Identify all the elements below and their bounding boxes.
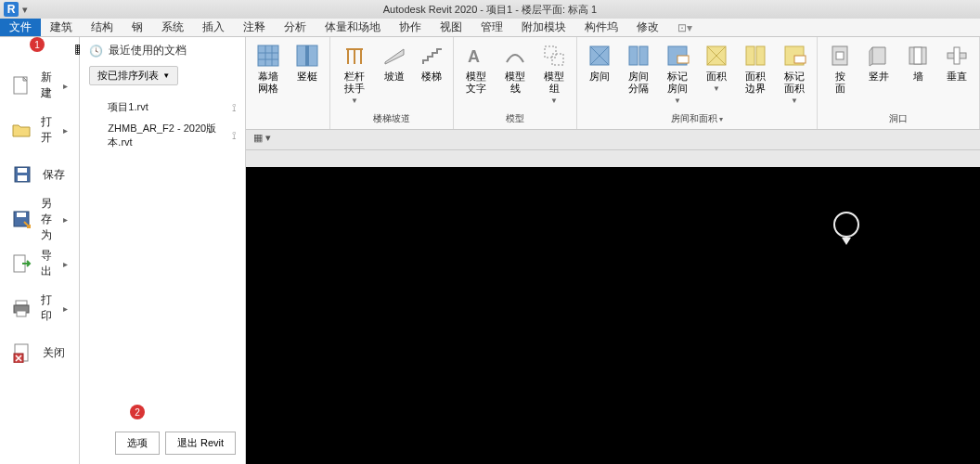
btn-room[interactable]: 房间: [583, 41, 616, 84]
ribbon: 幕墙网格 竖梃 栏杆扶手▼ 坡道 楼梯 楼梯坡道 A模型文字 模型线 模型组▼: [246, 37, 980, 130]
area-bound-icon: [742, 43, 768, 69]
sort-label: 按已排序列表: [97, 69, 159, 83]
tab-insert[interactable]: 插入: [193, 19, 234, 36]
svg-rect-41: [836, 52, 844, 59]
svg-rect-25: [552, 54, 563, 65]
tab-annotate[interactable]: 注释: [234, 19, 275, 36]
navigation-compass-icon[interactable]: [833, 212, 859, 238]
ramp-icon: [381, 43, 407, 69]
chevron-right-icon: ▸: [63, 259, 68, 269]
chevron-right-icon: ▸: [63, 125, 68, 135]
btn-model-group[interactable]: 模型组▼: [537, 41, 571, 108]
tab-file[interactable]: 文件: [0, 19, 41, 36]
svg-rect-36: [746, 46, 754, 65]
chevron-right-icon: ▸: [63, 81, 68, 91]
btn-area-boundary[interactable]: 面积边界: [739, 41, 772, 97]
svg-rect-12: [258, 45, 278, 66]
menu-new[interactable]: 新建 ▸: [0, 63, 79, 108]
tab-steel[interactable]: 钢: [122, 19, 152, 36]
qat-icon[interactable]: ▾: [22, 4, 28, 16]
menu-export[interactable]: 导出 ▸: [0, 241, 79, 286]
btn-area[interactable]: 面积▼: [700, 41, 733, 96]
tab-collab[interactable]: 协作: [390, 19, 431, 36]
menu-saveas[interactable]: 另存为 ▸: [0, 197, 79, 241]
sort-dropdown[interactable]: 按已排序列表 ▼: [89, 66, 178, 85]
svg-rect-7: [16, 301, 27, 305]
ribbon-group-room-area: 房间 房间分隔 标记房间▼ 面积▼ 面积边界 标记面积▼ 房间和面积▾: [577, 37, 818, 129]
btn-curtain-grid[interactable]: 幕墙网格: [251, 41, 285, 97]
menu-new-label: 新建: [41, 70, 54, 101]
tab-massing[interactable]: 体量和场地: [316, 19, 390, 36]
window-title: Autodesk Revit 2020 - 项目1 - 楼层平面: 标高 1: [383, 3, 597, 17]
model-group-icon: [541, 43, 567, 69]
btn-shaft[interactable]: 竖井: [862, 41, 896, 84]
tab-addins[interactable]: 附加模块: [512, 19, 575, 36]
chevron-right-icon: ▸: [63, 303, 68, 314]
svg-text:A: A: [468, 47, 480, 66]
menu-export-label: 导出: [41, 248, 54, 279]
pin-icon[interactable]: ⟟: [232, 101, 236, 114]
svg-rect-24: [545, 46, 556, 58]
tab-manage[interactable]: 管理: [471, 19, 512, 36]
btn-stair[interactable]: 楼梯: [416, 41, 447, 84]
recent-item[interactable]: 项目1.rvt ⟟: [89, 97, 236, 118]
tag-area-icon: [781, 43, 807, 69]
menu-close[interactable]: 关闭: [0, 330, 79, 375]
btn-tag-room[interactable]: 标记房间▼: [661, 41, 694, 108]
btn-ramp[interactable]: 坡道: [379, 41, 410, 84]
file-menu-sidebar: ▦ ▦ 新建 ▸ 打开 ▸ 保存 另存为 ▸ 导出 ▸ 打印: [0, 37, 80, 464]
tab-architecture[interactable]: 建筑: [41, 19, 82, 36]
btn-railing[interactable]: 栏杆扶手▼: [336, 41, 373, 108]
svg-rect-45: [954, 47, 960, 64]
btn-model-text[interactable]: A模型文字: [459, 41, 493, 97]
btn-by-face[interactable]: 按面: [823, 41, 857, 97]
btn-model-line[interactable]: 模型线: [498, 41, 532, 97]
options-bar: ▦ ▾: [246, 130, 980, 150]
wall-opening-icon: [905, 43, 931, 69]
btn-room-sep[interactable]: 房间分隔: [622, 41, 655, 97]
btn-vertical[interactable]: 垂直: [940, 41, 974, 84]
btn-tag-area[interactable]: 标记面积▼: [778, 41, 811, 108]
drawing-canvas[interactable]: [246, 167, 980, 464]
btn-mullion[interactable]: 竖梃: [290, 41, 324, 84]
ribbon-group-circulation: 栏杆扶手▼ 坡道 楼梯 楼梯坡道: [330, 37, 454, 129]
svg-rect-30: [639, 46, 648, 65]
open-icon: [11, 119, 32, 141]
print-icon: [11, 297, 32, 319]
tab-structure[interactable]: 结构: [82, 19, 122, 36]
menu-save-label: 保存: [43, 167, 65, 183]
pin-icon[interactable]: ⟟: [232, 129, 236, 142]
svg-rect-3: [18, 175, 27, 181]
save-icon: [11, 163, 33, 186]
menu-save[interactable]: 保存: [0, 152, 79, 197]
room-icon: [587, 43, 612, 69]
recent-item[interactable]: ZHMB_AR_F2 - 2020版本.rvt ⟟: [89, 118, 236, 153]
close-icon: [11, 342, 33, 364]
tab-view[interactable]: 视图: [431, 19, 471, 36]
ribbon-group-build: 幕墙网格 竖梃: [246, 37, 330, 129]
main-menu-bar: 文件 建筑 结构 钢 系统 插入 注释 分析 体量和场地 协作 视图 管理 附加…: [0, 19, 980, 37]
btn-wall[interactable]: 墙: [901, 41, 935, 84]
mullion-icon: [294, 43, 320, 69]
svg-rect-39: [794, 56, 806, 63]
tab-system[interactable]: 系统: [152, 19, 193, 36]
chevron-right-icon: ▸: [63, 214, 68, 225]
model-text-icon: A: [463, 43, 489, 69]
svg-rect-32: [677, 56, 689, 63]
new-icon: [11, 74, 32, 97]
area-icon: [703, 43, 729, 69]
tab-precast[interactable]: 构件坞: [575, 19, 627, 36]
view-tab-header: [246, 150, 980, 167]
tab-expand[interactable]: ⊡▾: [668, 19, 702, 36]
menu-open[interactable]: 打开 ▸: [0, 108, 79, 152]
recent-header-label: 最近使用的文档: [109, 43, 187, 58]
tab-analyze[interactable]: 分析: [275, 19, 316, 36]
export-icon: [11, 252, 32, 275]
options-button[interactable]: 选项: [115, 432, 160, 455]
svg-rect-5: [17, 213, 26, 217]
by-face-icon: [827, 43, 853, 69]
exit-button[interactable]: 退出 Revit: [165, 432, 236, 455]
tab-modify[interactable]: 修改: [627, 19, 668, 36]
menu-print[interactable]: 打印 ▸: [0, 286, 79, 330]
svg-rect-9: [17, 311, 26, 316]
